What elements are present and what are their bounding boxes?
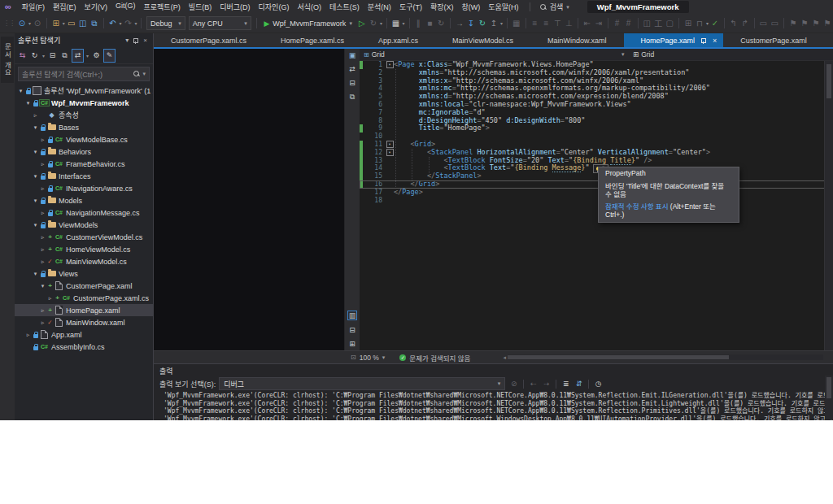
chevron-down-icon[interactable]: ▾ (403, 20, 405, 26)
collapse-icon[interactable]: ▾ (32, 271, 39, 277)
collapse-icon[interactable]: ▾ (32, 149, 39, 155)
collapse-icon[interactable]: ▾ (24, 100, 32, 106)
chevron-down-icon[interactable]: ▾ (500, 20, 503, 26)
menu-item-테스트[interactable]: 테스트(S) (325, 2, 364, 12)
step-into-icon[interactable]: ↧ (465, 16, 477, 30)
collapse-region-icon[interactable]: ▾ (386, 149, 394, 156)
tree-item-App.xaml[interactable]: ▹App.xaml (15, 328, 153, 341)
expand-icon[interactable]: ▹ (39, 210, 46, 216)
group-icon[interactable]: ▭ (757, 16, 769, 30)
sync-with-active-document-icon[interactable]: ⇄ (72, 49, 84, 63)
code-editor[interactable]: 1▾<Page x:Class="Wpf_MvvmFramework.Views… (360, 61, 833, 350)
pin-icon[interactable] (133, 37, 139, 44)
tree-item-HomeViewModel.cs[interactable]: ▹+C#HomeViewModel.cs (15, 243, 153, 255)
expand-icon[interactable]: ▹ (39, 319, 46, 326)
tab-document-outline[interactable]: 문서 개요 (1, 37, 14, 83)
show-next-statement-icon[interactable]: → (454, 16, 465, 30)
stop-icon[interactable]: ■ (424, 16, 435, 30)
open-folder-icon[interactable]: ▭ (66, 16, 77, 30)
expand-pane-icon[interactable]: ⊞ (349, 340, 355, 348)
tab-CustomerPage.xaml.cs[interactable]: CustomerPage.xaml.cs (154, 33, 264, 47)
snap-grid-icon[interactable]: ⊓ (694, 16, 705, 30)
menu-item-도움말[interactable]: 도움말(H) (484, 2, 522, 12)
editor-horizontal-scrollbar[interactable]: ◂ (503, 354, 823, 361)
collapse-pane-icon[interactable]: ⊟ (349, 79, 355, 87)
tab-MainWindow.xaml[interactable]: MainWindow.xaml (530, 33, 624, 47)
tree-item--[interactable]: ▹◆종속성 (15, 109, 153, 121)
tree-item-ViewModelBase.cs[interactable]: ▹C#ViewModelBase.cs (15, 133, 153, 146)
tree-item-Behaviors[interactable]: ▾Behaviors (15, 146, 153, 158)
tab-HomePage.xaml.cs[interactable]: HomePage.xaml.cs (264, 33, 361, 47)
restart-icon[interactable]: ↻ (435, 16, 447, 30)
fold-toggle[interactable]: ▾ (386, 141, 394, 148)
chevron-down-icon[interactable]: ▾ (28, 20, 31, 26)
tab-HomeViewModel.cs[interactable]: HomeViewModel.cs (824, 33, 833, 47)
space-down-icon[interactable]: 工 (652, 16, 664, 30)
collapse-all-icon[interactable]: ⊟ (47, 50, 58, 62)
fit-all-icon[interactable]: ▢ (664, 16, 675, 30)
popout-pane-icon[interactable]: ⧉ (350, 93, 355, 101)
goto-next-message-icon[interactable]: ⇢ (541, 380, 552, 388)
show-potential-fixes-link[interactable]: 잠재적 수정 사항 표시 (605, 202, 668, 211)
collapse-icon[interactable]: ▾ (39, 283, 46, 289)
menu-item-파일[interactable]: 파일(F) (18, 2, 49, 12)
expand-icon[interactable]: ▹ (39, 246, 46, 253)
menu-item-디버그[interactable]: 디버그(D) (216, 2, 254, 12)
hot-reload-icon[interactable]: ⊙ (16, 16, 28, 30)
scrollbar-track[interactable] (508, 354, 823, 360)
tab-MainViewModel.cs[interactable]: MainViewModel.cs (435, 33, 530, 47)
platform-select[interactable]: Any CPU▾ (189, 16, 251, 30)
clear-output-icon[interactable]: ⊘ (508, 380, 519, 388)
chevron-down-icon[interactable]: ▾ (123, 37, 131, 44)
solution-search-input[interactable]: 솔루션 탐색기 검색(Ctrl+;) ▾ (18, 67, 150, 81)
expand-icon[interactable]: ▹ (32, 112, 39, 119)
editor-vertical-scrollbar[interactable] (824, 61, 833, 350)
collapse-icon[interactable]: ▾ (32, 173, 39, 180)
chevron-down-icon[interactable]: ▾ (42, 53, 45, 59)
tree-item-FrameBehavior.cs[interactable]: ▹C#FrameBehavior.cs (15, 158, 153, 170)
tree-item--Wpf-MvvmFramework-1-[interactable]: ▾솔루션 'Wpf_MvvmFramework' (1 프로젝트도 (15, 85, 153, 97)
tree-item-NavigationMessage.cs[interactable]: ▹C#NavigationMessage.cs (15, 206, 153, 219)
search-control[interactable]: 검색 ▾ (537, 2, 573, 12)
save-all-icon[interactable]: ⧉ (89, 16, 100, 30)
align-tops-icon[interactable]: ⊤ (552, 16, 563, 30)
fold-toggle[interactable]: ▾ (386, 61, 394, 68)
expand-icon[interactable]: ▹ (39, 234, 46, 241)
collapse-icon[interactable]: ▾ (32, 124, 39, 131)
tree-item-MainViewModel.cs[interactable]: ▹✓C#MainViewModel.cs (15, 255, 153, 267)
send-back-icon[interactable]: ↱ (739, 16, 751, 30)
collapse-icon[interactable]: ▾ (32, 222, 39, 228)
align-lefts-icon[interactable]: ≡ (529, 16, 540, 30)
center-horizontal-icon[interactable]: ⇤ (582, 16, 593, 30)
configuration-select[interactable]: Debug▾ (146, 16, 185, 30)
expand-icon[interactable]: ▹ (39, 137, 46, 143)
collapse-icon[interactable]: ▾ (32, 198, 39, 204)
align-bottoms-icon[interactable]: ⊥ (563, 16, 574, 30)
horizontal-split-icon[interactable]: ⊟ (349, 326, 355, 334)
tree-item-CustomerViewModel.cs[interactable]: ▹+C#CustomerViewModel.cs (15, 231, 153, 243)
show-grid-icon[interactable]: ⊞ (683, 16, 694, 30)
tree-item-CustomerPage.xaml[interactable]: ▾+CustomerPage.xaml (15, 280, 153, 292)
bring-front-icon[interactable]: ↰ (728, 16, 739, 30)
menu-item-확장[interactable]: 확장(X) (426, 2, 458, 12)
bookmark-next-icon[interactable]: ⚑ (810, 16, 822, 30)
tab-HomePage.xaml[interactable]: HomePage.xaml× (624, 33, 724, 47)
start-debugging-button[interactable]: ▶Wpf_MvvmFramework▾ (259, 16, 355, 30)
preview-selected-items-icon[interactable]: ✎ (103, 49, 116, 63)
scrollbar-thumb[interactable] (508, 355, 729, 359)
swap-panes-icon[interactable]: ⇄ (349, 65, 355, 73)
tree-item-ViewModels[interactable]: ▾ViewModels (15, 219, 153, 231)
pause-icon[interactable]: ∥ (412, 16, 424, 30)
start-without-debugging-icon[interactable]: ▷ (356, 16, 368, 30)
chevron-down-icon[interactable]: ▾ (119, 20, 121, 26)
menu-item-서식[interactable]: 서식(O) (293, 2, 325, 12)
collapse-region-icon[interactable]: ▾ (386, 141, 394, 148)
menu-item-도구[interactable]: 도구(T) (395, 2, 426, 12)
redo-icon[interactable]: ↷ (122, 16, 133, 30)
expand-icon[interactable]: ▹ (24, 332, 32, 338)
save-icon[interactable]: ◫ (77, 16, 89, 30)
word-wrap-icon[interactable]: ≣ (560, 380, 571, 388)
tree-item-Wpf-MvvmFramework[interactable]: ▾C#Wpf_MvvmFramework (15, 97, 153, 109)
center-vertical-icon[interactable]: ⇥ (593, 16, 604, 30)
step-out-icon[interactable]: ↥ (488, 16, 499, 30)
